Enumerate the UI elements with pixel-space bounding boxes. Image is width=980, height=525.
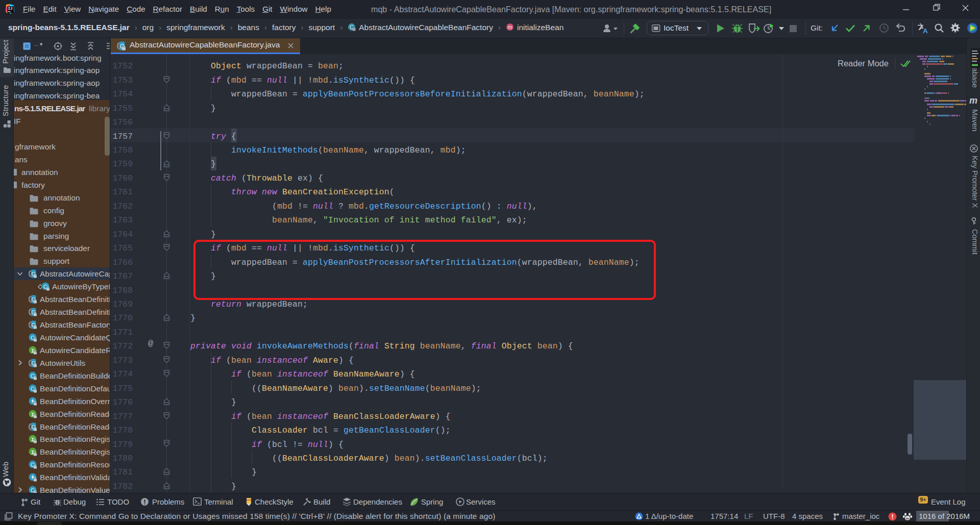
svg-text:du: du	[905, 517, 910, 520]
svg-text:A: A	[923, 27, 928, 34]
svg-text:m: m	[508, 24, 512, 30]
svg-text:IJ: IJ	[8, 7, 13, 11]
